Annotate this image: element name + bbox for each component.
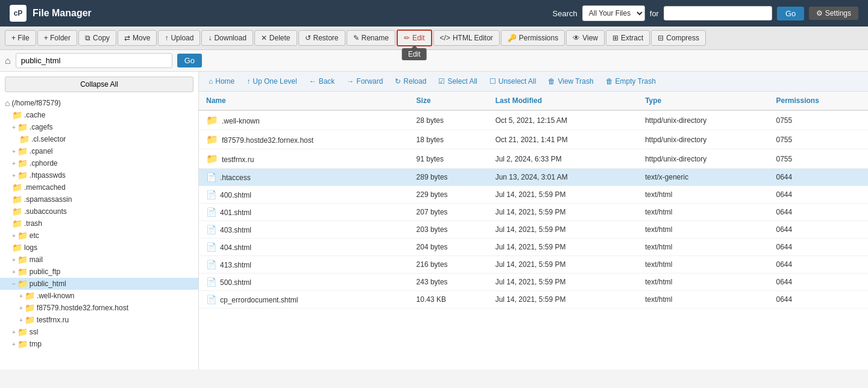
extract-button[interactable]: ⊞ Extract [606,30,650,46]
sidebar-item-htpasswds[interactable]: +📁.htpasswds [0,169,198,181]
table-row[interactable]: 📁f87579.hostde32.fornex.host 18 bytes Oc… [199,130,868,149]
html-editor-button[interactable]: </> HTML Editor [433,30,500,46]
cell-perms: 0644 [769,186,869,204]
col-modified[interactable]: Last Modified [488,92,638,110]
header-right: Search All Your Files for Go ⚙ Settings [553,5,858,21]
reload-button[interactable]: ↻ Reload [390,75,431,88]
view-trash-button[interactable]: 🗑 View Trash [543,75,598,88]
sidebar-item-testfrnx[interactable]: +📁testfrnx.ru [0,314,198,326]
sidebar-item-mail[interactable]: +📁mail [0,254,198,266]
expand-icon: + [12,124,16,131]
move-button[interactable]: ⇄ Move [118,30,157,46]
sidebar-item-cpanel[interactable]: +📁.cpanel [0,145,198,157]
folder-icon: 📁 [17,231,28,240]
sidebar-item-cache[interactable]: 📁.cache [0,109,198,121]
sidebar-item-subaccounts[interactable]: 📁.subaccounts [0,205,198,217]
sidebar-item-cphorde[interactable]: +📁.cphorde [0,157,198,169]
cell-perms: 0755 [769,130,869,149]
cell-perms: 0644 [769,274,869,291]
col-permissions[interactable]: Permissions [769,92,869,110]
table-row[interactable]: 📄413.shtml 216 bytes Jul 14, 2021, 5:59 … [199,256,868,274]
view-button[interactable]: 👁 View [566,30,605,46]
sidebar-item-ssl[interactable]: +📁ssl [0,326,198,338]
sidebar-item-cl_selector[interactable]: 📁.cl.selector [0,133,198,145]
cpanel-logo: cP [10,5,27,22]
table-row[interactable]: 📄404.shtml 204 bytes Jul 14, 2021, 5:59 … [199,239,868,256]
cell-type: httpd/unix-directory [638,130,769,149]
tree-item-label: f87579.hostde32.fornex.host [37,304,128,312]
table-row[interactable]: 📄500.shtml 243 bytes Jul 14, 2021, 5:59 … [199,274,868,291]
table-row[interactable]: 📁testfrnx.ru 91 bytes Jul 2, 2024, 6:33 … [199,149,868,169]
sidebar-item-home[interactable]: ⌂(/home/f87579) [0,97,198,109]
new-file-button[interactable]: + File [5,30,36,46]
search-input[interactable] [664,6,772,20]
empty-trash-button[interactable]: 🗑 Empty Trash [601,75,661,88]
delete-button[interactable]: ✕ Delete [254,30,297,46]
sidebar-item-trash[interactable]: 📁.trash [0,217,198,230]
sidebar-item-memcached[interactable]: 📁.memcached [0,181,198,193]
forward-button[interactable]: → Forward [342,75,388,88]
unselect-all-button[interactable]: ☐ Unselect All [485,75,541,88]
sidebar-item-f87579_host[interactable]: +📁f87579.hostde32.fornex.host [0,302,198,314]
cell-size: 204 bytes [409,239,488,256]
sidebar-item-public_ftp[interactable]: +📁public_ftp [0,266,198,278]
sidebar-item-logs[interactable]: 📁logs [0,242,198,254]
col-size[interactable]: Size [409,92,488,110]
sidebar-item-spamassassin[interactable]: 📁.spamassassin [0,193,198,205]
cell-type: text/html [638,291,769,308]
cell-name: 📁testfrnx.ru [199,149,409,169]
address-input[interactable] [16,53,172,68]
search-scope-select[interactable]: All Your Files [582,5,645,21]
rename-button[interactable]: ✎ Rename [347,30,395,46]
sidebar-item-public_html[interactable]: −📁public_html [0,278,198,290]
file-table: Name Size Last Modified Type Permissions… [199,92,868,308]
download-button[interactable]: ↓ Download [201,30,253,46]
back-button[interactable]: ← Back [304,75,340,88]
table-row[interactable]: 📁.well-known 28 bytes Oct 5, 2021, 12:15… [199,110,868,130]
table-row[interactable]: 📄cp_errordocument.shtml 10.43 KB Jul 14,… [199,291,868,308]
settings-button[interactable]: ⚙ Settings [809,7,858,20]
cell-modified: Jul 14, 2021, 5:59 PM [488,239,638,256]
folder-icon: 📁 [12,207,22,216]
sidebar-item-tmp[interactable]: +📁tmp [0,338,198,350]
cell-type: httpd/unix-directory [638,149,769,169]
home-nav-button[interactable]: ⌂ Home [204,75,239,88]
table-row[interactable]: 📄400.shtml 229 bytes Jul 14, 2021, 5:59 … [199,186,868,204]
new-folder-button[interactable]: + Folder [37,30,77,46]
sidebar-item-etc[interactable]: +📁etc [0,230,198,242]
table-row[interactable]: 📄403.shtml 203 bytes Jul 14, 2021, 5:59 … [199,221,868,239]
expand-icon: + [12,172,16,179]
table-row[interactable]: 📄401.shtml 207 bytes Jul 14, 2021, 5:59 … [199,204,868,221]
up-one-level-button[interactable]: ↑ Up One Level [242,75,301,88]
col-type[interactable]: Type [638,92,769,110]
tree-item-label: .cache [24,111,45,119]
select-all-button[interactable]: ☑ Select All [433,75,482,88]
reload-icon: ↻ [395,77,401,86]
tree-item-label: etc [30,231,39,240]
tree-item-label: .cagefs [30,123,53,131]
cell-perms: 0644 [769,291,869,308]
tree-item-label: .cpanel [30,147,53,155]
table-row[interactable]: 📄.htaccess 289 bytes Jun 13, 2024, 3:01 … [199,169,868,186]
copy-button[interactable]: ⧉ Copy [78,30,116,46]
permissions-button[interactable]: 🔑 Permissions [501,30,565,46]
edit-button[interactable]: ✏ Edit [397,30,432,46]
restore-button[interactable]: ↺ Restore [298,30,345,46]
sidebar-item-well_known[interactable]: +📁.well-known [0,290,198,302]
sidebar-item-cagefs[interactable]: +📁.cagefs [0,121,198,133]
search-go-button[interactable]: Go [777,7,804,20]
folder-icon: 📁 [17,146,28,156]
col-name[interactable]: Name [199,92,409,110]
header: cP File Manager Search All Your Files fo… [0,0,868,27]
address-go-button[interactable]: Go [177,54,202,67]
folder-icon: 📁 [17,122,28,132]
collapse-all-button[interactable]: Collapse All [5,77,193,92]
cell-name: 📄401.shtml [199,204,409,221]
file-table-body: 📁.well-known 28 bytes Oct 5, 2021, 12:15… [199,110,868,308]
tree-item-label: .cl.selector [31,135,66,143]
edit-button-container: ✏ Edit Edit [397,30,432,46]
shtml-file-icon: 📄 [206,225,216,234]
tree-item-label: .trash [24,219,42,228]
upload-button[interactable]: ↑ Upload [158,30,200,46]
compress-button[interactable]: ⊟ Compress [651,30,706,46]
